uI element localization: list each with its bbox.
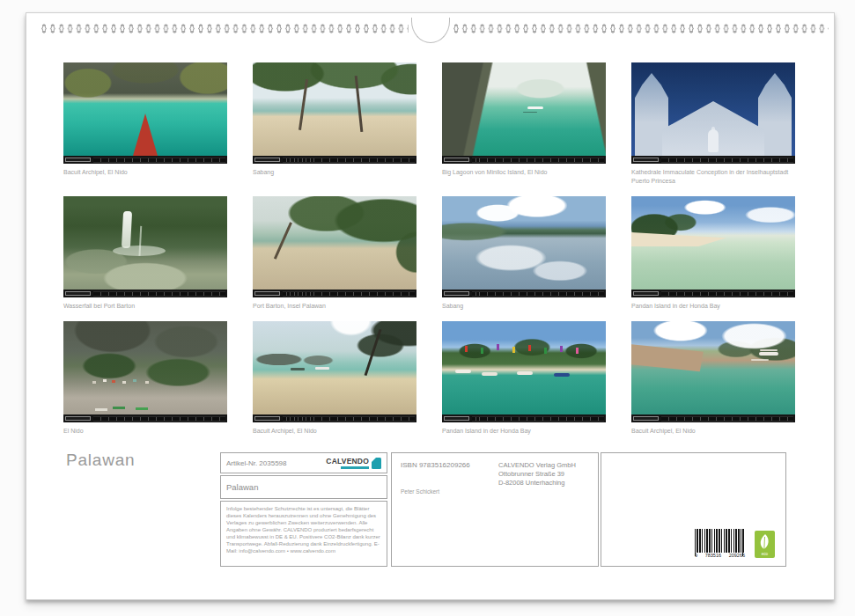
photo-caption: Port Barton, Insel Palawan (253, 297, 416, 311)
legal-text: Infolge bestehender Schutzrechte ist es … (226, 506, 380, 554)
photo-card: Wasserfall bei Port Barton (63, 196, 227, 321)
spiral-binding-holes-right (452, 21, 829, 36)
ean-barcode: 9 783516 209266 (695, 529, 745, 559)
publisher-line: D-82008 Unterhaching (498, 479, 576, 488)
photo-thumbnail-shoreline-boats (631, 321, 795, 414)
mini-calendar-strip (63, 414, 227, 422)
day-cells (93, 416, 225, 422)
photo-card: Big Lagoon von Miniloc Island, El Nido (442, 62, 606, 196)
calendar-title: Palawan (66, 451, 135, 470)
photo-caption: Pandan Island in der Honda Bay (442, 422, 606, 436)
sand-beach-shape (631, 231, 726, 246)
photo-caption: Kathedrale Immaculate Conception in der … (631, 164, 795, 186)
day-cells (472, 158, 604, 163)
month-label (65, 158, 91, 162)
photo-caption: El Nido (63, 422, 227, 436)
mini-calendar-strip (253, 414, 416, 422)
day-cells (661, 158, 793, 163)
photo-thumbnail-white-sand-island (631, 196, 795, 290)
publisher-address: CALVENDO Verlag GmbH Ottobrunner Straße … (498, 461, 576, 488)
photo-card: Bacuit Archipel, El Nido (63, 62, 227, 196)
photo-card: Bacuit Archipel, El Nido (253, 321, 416, 436)
day-cells (661, 291, 793, 297)
day-cells (472, 291, 604, 297)
photo-thumbnail-flags-beach (442, 321, 606, 414)
barcode-box: 9 783516 209266 eco (601, 452, 786, 567)
photo-caption: Bacuit Archipel, El Nido (253, 422, 416, 436)
photo-grid: Bacuit Archipel, El Nido Sabang Big Lago… (63, 62, 796, 436)
product-title: Palawan (226, 482, 258, 492)
mini-calendar-strip (631, 290, 795, 297)
spiral-binding-holes-left (40, 21, 409, 36)
photo-thumbnail-port-barton-beach (253, 196, 416, 290)
photo-card: Pandan Island in der Honda Bay (442, 321, 606, 436)
boat-bow-shape (133, 114, 158, 156)
eco-icon: eco (755, 531, 775, 558)
calvendo-logo: CALVENDO (326, 457, 381, 469)
calvendo-calendar-icon (372, 458, 381, 469)
product-title-box: Palawan (220, 475, 387, 499)
calvendo-logo-tagline (341, 466, 369, 469)
mini-calendar-strip (442, 290, 606, 297)
photo-caption: Bacuit Archipel, El Nido (63, 164, 227, 177)
day-cells (93, 158, 225, 163)
barcode-bars (695, 529, 745, 553)
publisher-line: Ottobrunner Straße 39 (498, 470, 576, 479)
photo-thumbnail-big-lagoon (442, 62, 606, 156)
day-cells (283, 416, 415, 422)
mini-calendar-strip (631, 414, 795, 422)
photo-caption: Pandan Island in der Honda Bay (631, 297, 795, 311)
day-cells (283, 291, 415, 297)
month-label (444, 291, 469, 296)
photo-card: El Nido (63, 321, 227, 436)
mini-calendar-strip (442, 156, 606, 164)
photo-caption: Sabang (253, 164, 416, 177)
article-number-box: Artikel-Nr. 2035598 CALVENDO (220, 452, 387, 473)
photo-card: Sabang (253, 62, 416, 196)
calendar-page: Bacuit Archipel, El Nido Sabang Big Lago… (26, 12, 835, 600)
day-cells (472, 416, 604, 422)
photo-card: Kathedrale Immaculate Conception in der … (631, 62, 795, 196)
legal-text-box: Infolge bestehender Schutzrechte ist es … (220, 501, 387, 567)
article-number: Artikel-Nr. 2035598 (226, 459, 286, 467)
calendar-back-cover: Bacuit Archipel, El Nido Sabang Big Lago… (0, 0, 855, 616)
photo-thumbnail-el-nido-village (63, 321, 227, 414)
leaf-icon (757, 533, 772, 553)
author-name: Peter Schickert (401, 488, 439, 495)
month-label (65, 416, 91, 421)
hanger-notch (411, 18, 450, 43)
isbn: ISBN 9783516209266 (401, 461, 470, 469)
photo-caption: Bacuit Archipel, El Nido (631, 422, 795, 436)
photo-thumbnail-cloud-reflection (442, 196, 606, 290)
photo-caption: Big Lagoon von Miniloc Island, El Nido (442, 164, 606, 177)
month-label (633, 291, 659, 296)
photo-caption: Wasserfall bei Port Barton (63, 297, 227, 311)
photo-card: Port Barton, Insel Palawan (253, 196, 416, 321)
photo-thumbnail-palm-beach (253, 62, 416, 156)
shore-sand-shape (631, 344, 730, 375)
month-label (254, 416, 280, 421)
photo-card: Pandan Island in der Honda Bay (631, 196, 795, 321)
barcode-digits: 9 783516 209266 (695, 553, 745, 559)
mini-calendar-strip (253, 156, 416, 164)
publisher-line: CALVENDO Verlag GmbH (498, 461, 576, 470)
month-label (254, 158, 280, 162)
mini-calendar-strip (253, 290, 416, 297)
cathedral-pediment (662, 101, 764, 156)
photo-thumbnail-leaning-palms (253, 321, 416, 414)
day-cells (661, 416, 793, 422)
photo-thumbnail-cathedral (631, 62, 795, 156)
month-label (444, 158, 469, 162)
month-label (444, 416, 469, 421)
month-label (65, 291, 91, 296)
day-cells (93, 291, 225, 297)
photo-thumbnail-red-boat-lagoon (63, 62, 227, 156)
mini-calendar-strip (442, 414, 606, 422)
photo-card: Sabang (442, 196, 606, 321)
mini-calendar-strip (63, 290, 227, 297)
photo-thumbnail-waterfall (63, 196, 227, 290)
month-label (633, 158, 659, 162)
eco-label: eco (762, 553, 768, 559)
calvendo-logo-wordmark: CALVENDO (326, 457, 369, 466)
day-cells (283, 158, 415, 163)
